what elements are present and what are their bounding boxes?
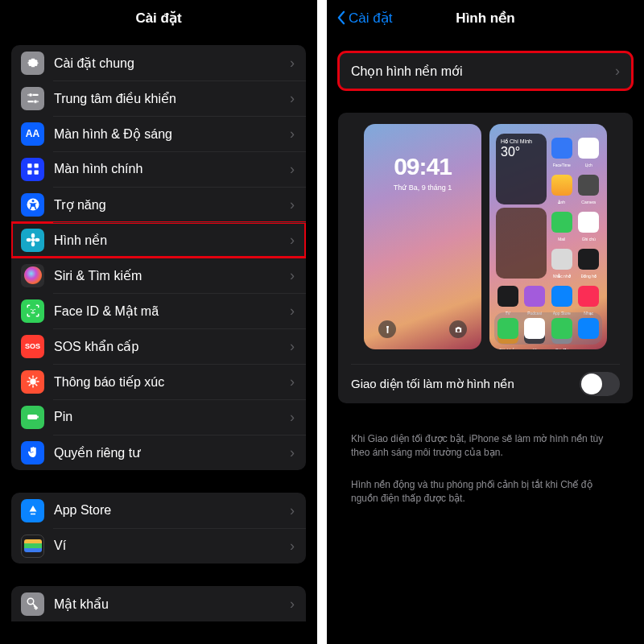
- chevron-right-icon: ›: [290, 538, 295, 555]
- homescreen-preview[interactable]: Hồ Chí Minh 30° FaceTime Lịch Ảnh Camera…: [489, 124, 607, 349]
- dark-dim-toggle-row: Giao diện tối làm mờ hình nền: [338, 365, 633, 403]
- choose-new-wallpaper-row[interactable]: Chọn hình nền mới ›: [338, 52, 633, 90]
- settings-row-wallet[interactable]: Ví›: [11, 528, 306, 564]
- svg-line-23: [35, 384, 37, 386]
- svg-point-15: [31, 309, 32, 311]
- lock-bottom-controls: [364, 320, 481, 338]
- back-label: Cài đặt: [349, 10, 392, 27]
- chevron-left-icon: [336, 10, 345, 25]
- camera-icon: [449, 320, 467, 338]
- settings-row-exposure[interactable]: Thông báo tiếp xúc›: [11, 364, 306, 399]
- row-label: Siri & Tìm kiếm: [54, 268, 290, 283]
- app-icon: [497, 286, 518, 307]
- choose-new-wallpaper-group: Chọn hình nền mới ›: [338, 52, 633, 90]
- app-icon: [578, 286, 599, 307]
- svg-rect-27: [37, 416, 39, 419]
- settings-row-appstore[interactable]: App Store›: [11, 493, 306, 528]
- chevron-right-icon: ›: [290, 232, 295, 249]
- settings-row-wallpaper[interactable]: Hình nền›: [11, 222, 306, 258]
- row-label: Hình nền: [54, 233, 290, 248]
- svg-point-16: [34, 309, 35, 311]
- settings-row-control-center[interactable]: Trung tâm điều khiển›: [11, 80, 306, 116]
- app-icon: [578, 138, 599, 159]
- chevron-right-icon: ›: [290, 596, 295, 613]
- settings-row-battery[interactable]: Pin›: [11, 399, 306, 435]
- row-label: Mật khẩu: [54, 597, 290, 612]
- flashlight-icon: [378, 320, 396, 338]
- wallpaper-previews: 09:41 Thứ Ba, 9 tháng 1: [338, 113, 633, 364]
- dock-app-icon: [497, 318, 518, 339]
- app-icon: [578, 175, 599, 196]
- row-label: Quyền riêng tư: [54, 445, 290, 460]
- svg-point-11: [31, 234, 34, 238]
- chevron-right-icon: ›: [290, 90, 295, 107]
- sliders-icon: [21, 87, 44, 110]
- row-label: Ví: [54, 539, 290, 553]
- svg-point-9: [31, 200, 34, 202]
- chevron-right-icon: ›: [290, 502, 295, 519]
- settings-row-sos[interactable]: SOSSOS khẩn cấp›: [11, 328, 306, 364]
- settings-screen: Cài đặt Cài đặt chung›Trung tâm điều khi…: [0, 0, 317, 644]
- settings-row-privacy[interactable]: Quyền riêng tư›: [11, 435, 306, 470]
- svg-line-25: [35, 378, 37, 379]
- dock: [494, 312, 602, 345]
- chevron-right-icon: ›: [290, 196, 295, 213]
- settings-row-display[interactable]: AAMàn hình & Độ sáng›: [11, 116, 306, 151]
- row-label: Màn hình & Độ sáng: [54, 126, 290, 142]
- lock-time: 09:41: [364, 153, 481, 180]
- lock-date: Thứ Ba, 9 tháng 1: [364, 184, 481, 192]
- text-size-icon: AA: [21, 122, 44, 146]
- svg-rect-7: [34, 171, 38, 175]
- svg-point-12: [31, 242, 34, 246]
- app-icon: [551, 138, 572, 159]
- settings-row-passwords[interactable]: Mật khẩu›: [11, 586, 306, 621]
- flower-icon: [21, 229, 44, 252]
- app-icon: [551, 249, 572, 270]
- lockscreen-preview[interactable]: 09:41 Thứ Ba, 9 tháng 1: [364, 124, 481, 349]
- svg-line-22: [28, 378, 30, 379]
- app-icon: [524, 286, 545, 307]
- settings-row-faceid[interactable]: Face ID & Mật mã›: [11, 293, 306, 328]
- settings-group: App Store›Ví›: [11, 493, 306, 564]
- settings-list[interactable]: Cài đặt chung›Trung tâm điều khiển›AAMàn…: [0, 35, 317, 644]
- settings-row-siri[interactable]: Siri & Tìm kiếm›: [11, 258, 306, 293]
- hand-icon: [21, 441, 44, 464]
- settings-row-home-screen[interactable]: Màn hình chính›: [11, 151, 306, 187]
- page-title: Hình nền: [456, 10, 514, 27]
- settings-group: Cài đặt chung›Trung tâm điều khiển›AAMàn…: [11, 45, 306, 470]
- svg-rect-26: [27, 415, 37, 419]
- svg-point-10: [31, 238, 35, 242]
- chevron-right-icon: ›: [290, 126, 295, 142]
- row-label: SOS khẩn cấp: [54, 339, 290, 354]
- svg-point-3: [33, 100, 37, 104]
- dock-app-icon: [551, 318, 572, 339]
- nav-bar: Cài đặt: [0, 0, 317, 35]
- app-icon: [551, 286, 572, 307]
- svg-point-2: [28, 93, 32, 97]
- chevron-right-icon: ›: [290, 338, 295, 355]
- chevron-right-icon: ›: [615, 63, 620, 80]
- dock-app-icon: [578, 318, 599, 339]
- chevron-right-icon: ›: [290, 55, 295, 72]
- svg-rect-5: [34, 163, 38, 167]
- settings-row-accessibility[interactable]: Trợ năng›: [11, 187, 306, 222]
- chevron-right-icon: ›: [290, 161, 295, 178]
- accessibility-icon: [21, 193, 44, 217]
- app-icon: [578, 212, 599, 233]
- battery-icon: [21, 406, 44, 429]
- wallpaper-preview-group: 09:41 Thứ Ba, 9 tháng 1: [338, 113, 633, 403]
- back-button[interactable]: Cài đặt: [336, 10, 392, 27]
- row-label: Trợ năng: [54, 197, 290, 213]
- virus-icon: [21, 370, 44, 394]
- app-icon: [578, 249, 599, 270]
- svg-point-14: [35, 239, 39, 242]
- row-label: App Store: [54, 503, 290, 518]
- chevron-right-icon: ›: [290, 444, 295, 461]
- key-icon: [21, 592, 44, 616]
- settings-row-general[interactable]: Cài đặt chung›: [11, 45, 306, 80]
- svg-line-24: [28, 384, 30, 386]
- chevron-right-icon: ›: [290, 374, 295, 390]
- faceid-icon: [21, 299, 44, 323]
- wallpaper-content[interactable]: Chọn hình nền mới › 09:41 Thứ Ba, 9 thán…: [327, 35, 644, 644]
- dark-dim-switch[interactable]: [580, 372, 620, 396]
